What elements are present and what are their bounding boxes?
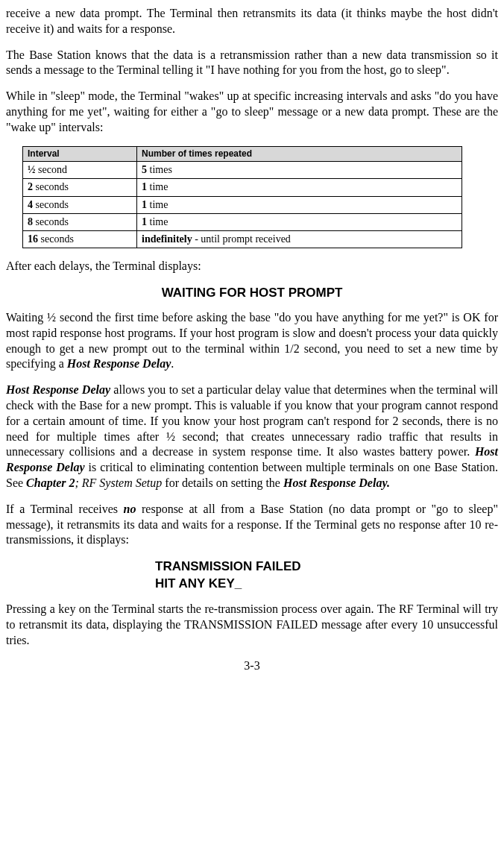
table-header-row: Interval Number of times repeated <box>23 146 462 162</box>
table-cell: 1 time <box>137 179 462 196</box>
table-cell: 8 seconds <box>23 213 137 230</box>
paragraph: receive a new data prompt. The Terminal … <box>6 6 498 37</box>
table-cell: 5 times <box>137 162 462 179</box>
paragraph: Pressing a key on the Terminal starts th… <box>6 602 498 648</box>
page-number: 3-3 <box>6 658 498 674</box>
table-row: 8 seconds 1 time <box>23 213 462 230</box>
paragraph: After each delays, the Terminal displays… <box>6 259 498 274</box>
paragraph: While in "sleep" mode, the Terminal "wak… <box>6 89 498 135</box>
intervals-table: Interval Number of times repeated ½ seco… <box>22 146 462 249</box>
display-message: WAITING FOR HOST PROMPT <box>6 285 498 301</box>
table-cell: ½ second <box>23 162 137 179</box>
paragraph: The Base Station knows that the data is … <box>6 48 498 79</box>
table-row: 16 seconds indefinitely - until prompt r… <box>23 230 462 248</box>
table-row: 4 seconds 1 time <box>23 196 462 213</box>
paragraph: If a Terminal receives no response at al… <box>6 502 498 548</box>
intervals-table-wrap: Interval Number of times repeated ½ seco… <box>6 146 498 249</box>
table-cell: 2 seconds <box>23 179 137 196</box>
table-cell: 1 time <box>137 213 462 230</box>
table-header: Interval <box>23 146 137 162</box>
table-row: ½ second 5 times <box>23 162 462 179</box>
table-cell: 1 time <box>137 196 462 213</box>
table-cell: indefinitely - until prompt received <box>137 230 462 248</box>
table-cell: 16 seconds <box>23 230 137 248</box>
table-cell: 4 seconds <box>23 196 137 213</box>
paragraph: Waiting ½ second the first time before a… <box>6 310 498 372</box>
table-header: Number of times repeated <box>137 146 462 162</box>
display-message: TRANSMISSION FAILED HIT ANY KEY_ <box>155 558 498 593</box>
paragraph: Host Response Delay allows you to set a … <box>6 382 498 491</box>
table-row: 2 seconds 1 time <box>23 179 462 196</box>
